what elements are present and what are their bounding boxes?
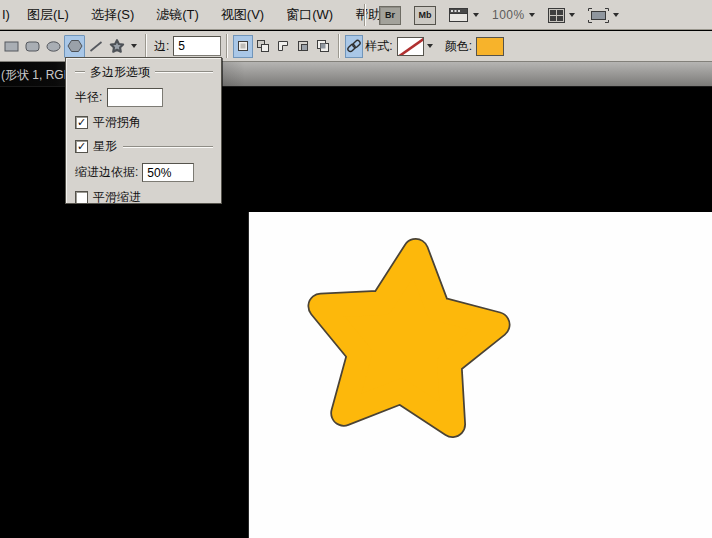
- chevron-down-icon: [131, 44, 137, 48]
- arrange-documents-dropdown[interactable]: [548, 8, 575, 23]
- star-fill: [321, 252, 497, 425]
- smooth-indents-row[interactable]: 平滑缩进: [75, 189, 213, 206]
- custom-shape-tool-button[interactable]: [106, 35, 127, 58]
- chevron-down-icon: [529, 13, 535, 17]
- rounded-rectangle-tool-button[interactable]: [22, 35, 43, 58]
- chevron-down-icon: [569, 13, 575, 17]
- indent-row: 缩进边依据:: [75, 163, 213, 182]
- ellipse-icon: [46, 40, 62, 53]
- polygon-tool-button[interactable]: [64, 35, 85, 58]
- options-separator: [226, 34, 228, 58]
- add-shape-icon: [256, 39, 270, 53]
- radius-row: 半径:: [75, 88, 213, 107]
- sides-label: 边:: [154, 38, 169, 55]
- exclude-overlapping-areas-button[interactable]: [313, 35, 333, 58]
- rectangle-tool-button[interactable]: [1, 35, 22, 58]
- create-shape-layer-button[interactable]: [233, 35, 253, 58]
- line-tool-button[interactable]: [85, 35, 106, 58]
- subtract-from-shape-area-button[interactable]: [273, 35, 293, 58]
- subtract-shape-icon: [276, 39, 290, 53]
- arrange-documents-icon: [548, 8, 565, 23]
- smooth-corners-checkbox[interactable]: ✓: [75, 116, 88, 129]
- options-separator: [338, 34, 340, 58]
- launch-minibridge-button[interactable]: Mb: [414, 6, 436, 25]
- smooth-corners-row[interactable]: ✓ 平滑拐角: [75, 114, 213, 131]
- new-shape-layer-icon: [236, 39, 250, 53]
- star-row[interactable]: ✓ 星形: [75, 138, 213, 155]
- radius-input[interactable]: [107, 88, 163, 107]
- chevron-down-icon: [613, 13, 619, 17]
- line-icon: [88, 40, 104, 53]
- indent-sides-input[interactable]: [142, 163, 194, 182]
- groupbox-line: [155, 71, 213, 73]
- photoshop-window: I) 图层(L) 选择(S) 滤镜(T) 视图(V) 窗口(W) 帮助(H) B…: [0, 0, 712, 538]
- chain-link-icon: [346, 38, 362, 54]
- star-shape[interactable]: [249, 212, 712, 538]
- panel-title-row: 多边形选项: [75, 64, 213, 80]
- menu-item-image-partial[interactable]: I): [0, 7, 16, 22]
- menu-item-layer[interactable]: 图层(L): [16, 0, 80, 29]
- sides-input[interactable]: [173, 36, 221, 56]
- intersect-shape-areas-button[interactable]: [293, 35, 313, 58]
- document-title-text: (形状 1, RGB: [1, 67, 72, 84]
- geometry-options-arrow-button[interactable]: [127, 35, 140, 58]
- smooth-corners-label: 平滑拐角: [93, 114, 141, 131]
- options-separator: [145, 34, 147, 58]
- star-label: 星形: [93, 138, 117, 155]
- exclude-shape-icon: [316, 39, 330, 53]
- screen-mode-dropdown[interactable]: [588, 8, 619, 23]
- zoom-level-value: 100%: [492, 8, 525, 22]
- groupbox-line: [75, 71, 85, 73]
- chevron-down-icon: [427, 44, 433, 48]
- star-checkbox[interactable]: ✓: [75, 140, 88, 153]
- style-label: 样式:: [365, 38, 392, 55]
- panel-title: 多边形选项: [85, 64, 155, 81]
- custom-shape-icon: [109, 39, 125, 53]
- rectangle-icon: [4, 40, 20, 53]
- no-style-icon: [398, 38, 424, 56]
- chevron-down-icon: [473, 13, 479, 17]
- radius-label: 半径:: [75, 89, 102, 106]
- menu-item-select[interactable]: 选择(S): [80, 0, 145, 29]
- polygon-icon: [67, 39, 83, 53]
- color-swatch-fill: [477, 38, 504, 56]
- add-to-shape-area-button[interactable]: [253, 35, 273, 58]
- style-none-swatch[interactable]: [397, 37, 424, 56]
- menu-item-filter[interactable]: 滤镜(T): [145, 0, 210, 29]
- launch-bridge-button[interactable]: Br: [379, 6, 401, 25]
- menu-bar: I) 图层(L) 选择(S) 滤镜(T) 视图(V) 窗口(W) 帮助(H) B…: [0, 0, 712, 30]
- app-bar-controls: Br Mb 100%: [364, 0, 619, 30]
- view-extras-dropdown[interactable]: [449, 8, 479, 23]
- view-extras-icon: [449, 8, 469, 23]
- color-label: 颜色:: [445, 38, 472, 55]
- smooth-indents-label: 平滑缩进: [93, 189, 141, 206]
- screen-mode-icon: [588, 8, 609, 23]
- indent-sides-label: 缩进边依据:: [75, 164, 138, 181]
- rounded-rectangle-icon: [25, 40, 41, 53]
- style-picker-arrow-button[interactable]: [424, 35, 437, 58]
- zoom-level-dropdown[interactable]: 100%: [492, 8, 535, 22]
- smooth-indents-checkbox[interactable]: [75, 191, 88, 204]
- separator-line: [123, 146, 213, 148]
- menu-separator: [364, 4, 366, 26]
- shape-color-swatch[interactable]: [476, 37, 504, 56]
- intersect-shape-icon: [296, 39, 310, 53]
- ellipse-tool-button[interactable]: [43, 35, 64, 58]
- polygon-options-panel: 多边形选项 半径: ✓ 平滑拐角 ✓ 星形 缩进边依据: 平滑缩进: [65, 57, 222, 204]
- link-style-button[interactable]: [345, 35, 363, 58]
- menu-item-view[interactable]: 视图(V): [210, 0, 275, 29]
- document-canvas[interactable]: [248, 212, 712, 538]
- menu-item-window[interactable]: 窗口(W): [275, 0, 344, 29]
